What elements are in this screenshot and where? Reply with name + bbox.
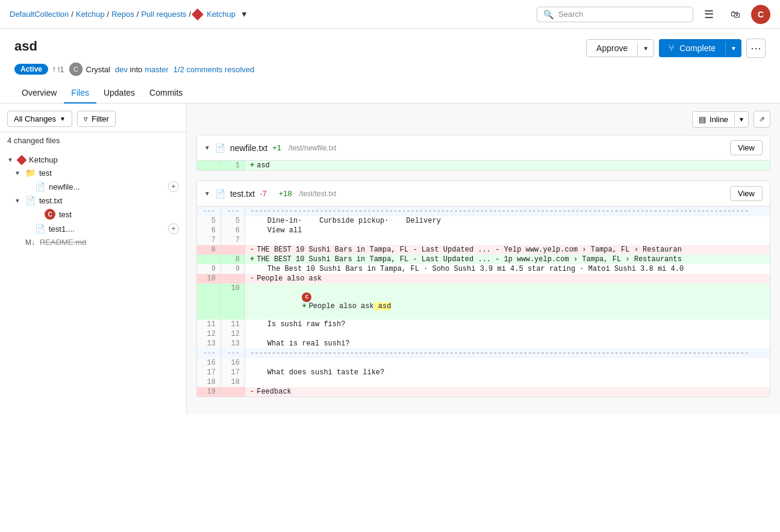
tree-item-readme[interactable]: ▼ M↓ README.md [0,236,186,249]
diff-line-16: 16 16 [197,358,770,368]
branch-from[interactable]: dev [115,65,128,74]
tree-test1-label: test1.... [49,224,164,234]
complete-chevron[interactable]: ▼ [725,42,741,55]
complete-label: Complete [679,43,716,53]
pr-author: C Crystal [69,63,110,76]
sidebar: All Changes ▼ ▿ Filter 4 changed files ▼… [0,104,187,414]
diff-card-testtxt: ▼ 📄 test.txt -7 +18 /test/test.txt View … [196,181,770,397]
tab-overview[interactable]: Overview [14,83,64,104]
tree-item-ketchup[interactable]: ▼ Ketchup [0,153,186,166]
line-num-right: 1 [221,161,245,170]
diff-content-newfile: 1 +asd [197,161,770,170]
inline-button[interactable]: ▤ Inline [693,112,734,127]
search-box[interactable]: 🔍 Search [537,7,693,22]
tree-test-folder-label: test [39,169,179,178]
diff-card-newfile: ▼ 📄 newfile.txt +1 /test/newfile.txt Vie… [196,135,770,171]
tab-updates[interactable]: Updates [96,83,142,104]
diff-toolbar: ▤ Inline ▼ ⇗ [196,111,770,128]
tabs-bar: Overview Files Updates Commits [0,76,780,104]
view-button-2[interactable]: View [730,186,763,201]
branch-info: dev into master [115,65,169,74]
folder-icon: 📁 [25,168,36,178]
diff-line-19-del: 19 -Feedback [197,387,770,397]
tree-item-test-folder[interactable]: ▼ 📁 test [0,166,186,179]
breadcrumb-ketchup[interactable]: Ketchup [76,10,105,19]
branch-to[interactable]: master [145,65,169,74]
comments-resolved[interactable]: 1/2 comments resolved [173,65,254,74]
tree-item-test1[interactable]: ▼ 📄 test1.... + [0,221,186,236]
all-changes-label: All Changes [14,114,56,123]
approve-button[interactable]: Approve [587,40,637,57]
breadcrumb-chevron[interactable]: ▼ [240,10,248,19]
topnav: DefaultCollection / Ketchup / Repos / Pu… [0,0,780,29]
filter-icon: ▿ [84,114,88,123]
diff-line-12: 12 12 [197,329,770,339]
inline-chevron[interactable]: ▼ [734,113,748,126]
approve-chevron[interactable]: ▼ [637,42,654,55]
diff-path-2: /test/test.txt [299,190,336,198]
diff-line-7: 7 7 [197,235,770,245]
file-icon-2: 📄 [25,196,36,205]
vote-count: !1 [58,65,64,74]
collapse-button-2[interactable]: ▼ [204,190,210,197]
diff-line-10-del: 10 -People also ask [197,274,770,283]
collapse-button[interactable]: ▼ [204,144,210,151]
tree-item-newfile[interactable]: ▼ 📄 newfile... + [0,179,186,194]
list-icon-btn[interactable]: ☰ [698,4,720,25]
diff-line: 1 +asd [197,161,770,170]
shopping-icon-btn[interactable]: 🛍 [725,4,746,25]
add-comment-button[interactable]: + [168,181,179,192]
diff-card-header-testtxt: ▼ 📄 test.txt -7 +18 /test/test.txt View [197,181,770,206]
exclamation-icon: ! [53,65,55,74]
diff-line-13: 13 13 What is real sushi? [197,339,770,348]
pr-title: asd [14,39,37,54]
tree-test-txt-label: test.txt [39,196,179,205]
file-icon: 📄 [35,182,45,191]
diff-filename: newfile.txt [230,143,267,153]
diff-area: ▤ Inline ▼ ⇗ ▼ 📄 newfile.txt +1 /test/ne… [187,104,780,414]
diff-filename-2: test.txt [230,189,255,199]
all-changes-button[interactable]: All Changes ▼ [7,111,72,127]
diff-add-count-2: +18 [279,189,292,198]
user-avatar[interactable]: C [751,5,770,24]
diff-line-8-add: 8 +THE BEST 10 Sushi Bars in Tampa, FL -… [197,255,770,264]
broken-file-icon: 📄 [35,224,45,234]
add-comment-button-2[interactable]: + [168,223,179,234]
diff-file-icon-2: 📄 [215,189,225,199]
expand-button[interactable]: ⇗ [753,111,770,128]
view-button[interactable]: View [730,140,763,155]
tree-newfile-label: newfile... [49,182,164,191]
search-icon: 🔍 [543,10,554,19]
complete-button[interactable]: ⑂ Complete [659,39,725,57]
pr-actions: Approve ▼ ⑂ Complete ▼ ⋯ [586,39,766,58]
author-avatar-img: C [69,63,83,76]
changed-files-count: 4 changed files [0,132,186,149]
vote-indicator: ! !1 [53,65,64,74]
diff-line-11: 11 11 Is sushi raw fish? [197,320,770,329]
diff-del-count: -7 [260,189,267,198]
inline-icon: ▤ [699,115,706,124]
pr-meta: Active ! !1 C Crystal dev into master 1/… [0,58,780,76]
filter-button[interactable]: ▿ Filter [77,111,116,127]
inline-comment-badge: C [302,292,311,302]
breadcrumb-ketchup-repo[interactable]: Ketchup [207,10,236,19]
breadcrumb-defaultcollection[interactable]: DefaultCollection [10,10,69,19]
filter-label: Filter [92,114,109,123]
tree-item-test-comment[interactable]: ▼ C test [0,207,186,221]
diff-content-testtxt: --- --- --------------------------------… [197,206,770,397]
line-num-left [197,161,221,170]
diff-line-18: 18 18 [197,377,770,387]
complete-button-group: ⑂ Complete ▼ [659,39,741,57]
tree-item-test-txt[interactable]: ▼ 📄 test.txt [0,194,186,207]
diff-separator: --- --- --------------------------------… [197,206,770,216]
collapse-icon-2: ▼ [14,197,22,204]
all-changes-chevron: ▼ [60,116,66,122]
breadcrumb-repos[interactable]: Repos [111,10,134,19]
tab-files[interactable]: Files [64,83,96,104]
more-options-button[interactable]: ⋯ [746,39,766,58]
diff-file-icon: 📄 [215,143,225,153]
breadcrumb: DefaultCollection / Ketchup / Repos / Pu… [10,10,532,19]
page-header: asd Approve ▼ ⑂ Complete ▼ ⋯ [0,29,780,58]
breadcrumb-pull-requests[interactable]: Pull requests [141,10,186,19]
tab-commits[interactable]: Commits [142,83,190,104]
